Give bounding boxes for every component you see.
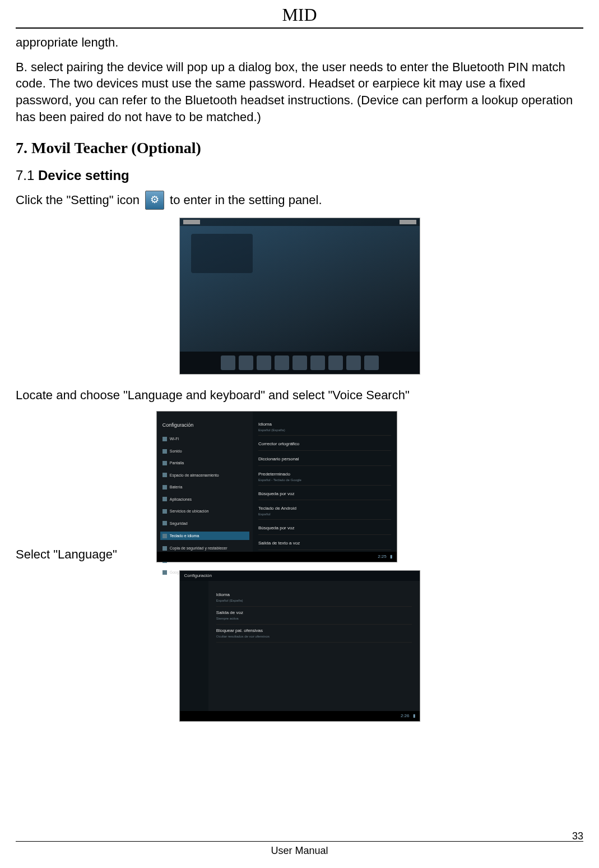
settings-icon-glyph: ⚙ [150,193,159,206]
settings-left-item: Batería [162,483,247,491]
screenshot-1-block [16,218,583,375]
settings-right-item-sub: Español - Teclado de Google [258,478,391,482]
settings-left-item: Espacio de almacenamiento [162,472,247,479]
settings-right-item: Búsqueda por voz [258,525,391,535]
settings-item-icon [162,461,167,465]
settings-right-item: Salida de texto a voz [258,541,391,550]
settings-left-item: Aplicaciones [162,496,247,503]
settings-item-label: Sonido [170,449,182,454]
page-footer: User Manual 33 [16,841,583,857]
settings-right-item: Diccionario personal [258,456,391,466]
settings-left-item: Teclado e idioma [160,532,249,540]
settings-item-label: Teclado e idioma [170,533,199,538]
settings-left-item: Wi-Fi [162,435,247,442]
click-setting-row: Click the "Setting" icon ⚙ to enter in t… [16,191,583,210]
settings-left-item: Sonido [162,447,247,455]
settings-item-label: Aplicaciones [170,497,192,502]
voice-search-right-panel: IdiomaEspañol (España)Salida de vozSiemp… [208,581,420,721]
voice-search-item: Bloquear pal. ofensivasOcultar resultado… [216,625,412,643]
settings-right-item-sub: Español [258,512,391,516]
click-post-text: to enter in the setting panel. [170,192,322,209]
screenshot-home-topbar [180,218,420,226]
screenshot-home-widget [191,234,253,273]
taskbar-icon [221,355,235,370]
settings-left-header: Configuración [162,422,247,431]
select-language-label: Select "Language" [16,546,117,563]
voice-search-top-label: Configuración [184,573,212,579]
settings-left-item: Seguridad [162,520,247,527]
taskbar-icon [239,355,253,370]
screenshot-language-settings: Configuración Wi-FiSonidoPantallaEspacio… [156,411,397,562]
settings-right-panel: IdiomaEspañol (España)Corrector ortográf… [253,412,397,562]
settings-right-item-sub: Español (España) [258,428,391,432]
settings-item-icon [162,570,167,575]
settings-item-label: Pantalla [170,460,184,465]
heading-7-1: 7.1 Device setting [16,167,583,184]
voice-search-item-sub: Ocultar resultados de voz ofensivos [216,634,412,639]
settings-item-icon [162,449,167,454]
settings-item-label: Seguridad [170,521,188,526]
taskbar-icon [364,355,379,370]
screenshot-voice-search: Configuración IdiomaEspañol (España)Sali… [179,570,420,722]
taskbar-icon [292,355,307,370]
settings-item-icon [162,521,167,525]
taskbar-icon [328,355,343,370]
settings-left-item: Pantalla [162,459,247,467]
settings-item-label: Servicios de ubicación [170,509,209,514]
voice-search-item-sub: Español (España) [216,598,412,603]
settings-item-icon [162,485,167,490]
taskbar-icon [346,355,361,370]
settings-right-item: Búsqueda por voz [258,491,391,501]
paragraph-b: B. select pairing the device will pop up… [16,59,583,126]
topbar-right-placeholder [400,220,416,224]
click-pre-text: Click the "Setting" icon [16,192,140,209]
document-body: appropriate length. B. select pairing th… [16,34,583,722]
settings-right-item: Corrector ortográfico [258,441,391,451]
voice-search-topbar: Configuración [180,571,420,581]
taskbar-icon [257,355,271,370]
settings-icon: ⚙ [145,191,164,210]
screenshot-home [179,218,420,375]
settings-right-item: Teclado de AndroidEspañol [258,506,391,520]
page-number: 33 [572,830,583,842]
header-rule [16,27,583,29]
voice-search-item: Salida de vozSiempre activa [216,607,412,625]
status-time: 2:25 [378,554,387,560]
voice-search-item-sub: Siempre activa [216,616,412,621]
status-time: 2:26 [401,713,410,719]
heading-7: 7. Movil Teacher (Optional) [16,137,583,159]
settings-right-item: PredeterminadoEspañol - Teclado de Googl… [258,472,391,486]
page-header-title: MID [16,0,583,27]
settings-left-item: Servicios de ubicación [162,507,247,515]
screenshot-home-taskbar [180,352,420,374]
topbar-left-placeholder [183,220,200,224]
paragraph-locate: Locate and choose "Language and keyboard… [16,387,583,404]
settings-item-icon [162,546,167,551]
footer-label: User Manual [271,845,328,857]
settings-bottom-bar: 2:25 ▮ [157,552,397,562]
voice-search-bottom-bar: 2:26 ▮ [180,711,420,721]
voice-search-left-gutter [180,581,208,721]
settings-item-icon [162,473,167,477]
footer-rule [16,841,583,842]
status-battery-icon: ▮ [413,713,415,719]
settings-left-item: Copia de seguridad y restablecer [162,544,247,552]
screenshot-3-block: Configuración IdiomaEspañol (España)Sali… [16,570,583,722]
settings-right-item: IdiomaEspañol (España) [258,422,391,436]
settings-item-label: Wi-Fi [170,436,179,441]
voice-search-item: IdiomaEspañol (España) [216,589,412,607]
settings-left-panel: Configuración Wi-FiSonidoPantallaEspacio… [157,412,253,562]
footer-row: User Manual 33 [16,845,583,857]
select-language-row: Select "Language" Configuración Wi-FiSon… [16,411,583,562]
settings-item-icon [162,534,167,538]
settings-item-label: Copia de seguridad y restablecer [170,546,227,551]
settings-item-icon [162,509,167,514]
paragraph-continuation: appropriate length. [16,34,583,51]
heading-text: Device setting [38,168,129,183]
settings-item-label: Espacio de almacenamiento [170,473,219,478]
status-battery-icon: ▮ [390,554,392,560]
settings-item-icon [162,437,167,441]
voice-search-body: IdiomaEspañol (España)Salida de vozSiemp… [180,581,420,721]
heading-number: 7.1 [16,168,38,183]
settings-item-label: Batería [170,484,183,490]
